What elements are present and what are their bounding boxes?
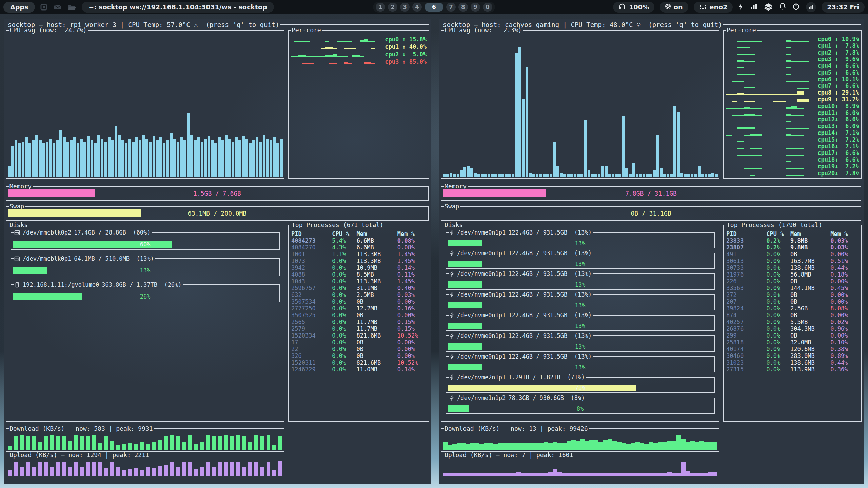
download-bar bbox=[631, 443, 635, 450]
core-row: cpu0↑15.8% bbox=[291, 36, 427, 43]
cpu-bar bbox=[32, 140, 35, 177]
upload-bar bbox=[230, 462, 234, 476]
download-bar bbox=[553, 442, 557, 450]
terminal-window-cachyos-gaming[interactable]: socktop — host: cachyos-gaming | CPU Tem… bbox=[439, 19, 864, 484]
workspace-button[interactable]: 0 bbox=[483, 3, 492, 12]
meter-bars-icon[interactable] bbox=[750, 2, 758, 12]
power-icon[interactable] bbox=[792, 2, 800, 12]
workspace-button[interactable]: 2 bbox=[388, 3, 397, 12]
disk-title: /dev/nvme0n1p1122.4GB / 931.5GB (13%) bbox=[449, 250, 593, 257]
terminal-window-rpi-worker-3[interactable]: socktop — host: rpi-worker-3 | CPU Temp:… bbox=[4, 19, 431, 484]
volume-indicator[interactable]: 100% bbox=[613, 2, 654, 13]
flash-disk-icon bbox=[449, 333, 454, 339]
workspace-button[interactable]: 6 bbox=[425, 3, 443, 12]
cpu-bar bbox=[601, 166, 604, 177]
download-bar bbox=[260, 436, 264, 450]
upload-bar bbox=[248, 462, 252, 476]
cpu-bar bbox=[639, 174, 642, 177]
cpu-bar bbox=[453, 174, 456, 177]
download-bar bbox=[644, 444, 649, 450]
clock-chart-icon[interactable] bbox=[806, 2, 816, 12]
core-label: cpu6↑10.1% bbox=[817, 76, 859, 83]
cpu-bar bbox=[163, 143, 165, 177]
workspace-button[interactable]: 8 bbox=[458, 3, 468, 12]
disk-usage-label: 13% bbox=[448, 261, 712, 267]
upload-bar bbox=[507, 473, 512, 476]
cpu-bar bbox=[488, 174, 490, 177]
network-indicator[interactable]: eno2 bbox=[694, 2, 733, 13]
cpu-bar bbox=[594, 174, 597, 177]
download-bar bbox=[479, 444, 484, 450]
folder-icon[interactable] bbox=[67, 3, 76, 11]
cpu-bar bbox=[142, 135, 145, 177]
disk-usage-label: 13% bbox=[448, 302, 712, 309]
core-sparkline bbox=[291, 37, 383, 42]
download-bar bbox=[461, 443, 466, 450]
cpu-bar bbox=[505, 174, 508, 177]
core-sparkline bbox=[726, 123, 815, 129]
bluetooth-indicator[interactable]: on bbox=[660, 2, 688, 13]
upload-bar bbox=[26, 462, 30, 476]
upload-bar bbox=[92, 462, 96, 476]
core-label: cpu0↓10.9% bbox=[817, 36, 859, 42]
core-row: cpu5↓ 6.6% bbox=[726, 69, 859, 76]
upload-bar bbox=[516, 472, 521, 476]
workspace-button[interactable]: 7 bbox=[446, 3, 456, 12]
panel-title: Disks bbox=[444, 222, 464, 228]
upload-bar bbox=[493, 473, 498, 476]
download-bar bbox=[612, 441, 617, 450]
upload-bar bbox=[158, 466, 162, 476]
disk-row: /dev/mmcblk0p164.1MB / 510.0MB (13%) 13% bbox=[11, 259, 280, 276]
process-row: 258180.0%32.0MB0.10% bbox=[726, 339, 860, 346]
workspace-button[interactable]: 4 bbox=[412, 3, 422, 12]
process-table: PIDCPU %MemMem % 238330.2%9.8MB0.03% 238… bbox=[726, 230, 860, 373]
process-row: 40880.0%8.5MB0.11% bbox=[291, 271, 427, 278]
disk-usage-bar: 13% bbox=[448, 261, 712, 267]
cpu-bar bbox=[204, 139, 207, 177]
bell-icon[interactable] bbox=[779, 2, 786, 12]
workspace-button[interactable]: 1 bbox=[376, 3, 385, 12]
window-icon[interactable] bbox=[40, 3, 48, 11]
disk-row: /dev/nvme0n1p1122.4GB / 931.5GB (13%) 13… bbox=[446, 253, 715, 269]
cpu-bar bbox=[694, 174, 697, 177]
cpu-bar bbox=[139, 140, 141, 177]
download-bar bbox=[539, 443, 544, 450]
core-label: cpu13↓ 6.0% bbox=[817, 123, 859, 129]
swap-panel: Swap 0B / 31.1GB bbox=[441, 206, 861, 221]
panel-title: CPU avg (now: 24.7%) bbox=[9, 27, 88, 34]
core-row: cpu20↓ 7.8% bbox=[726, 170, 859, 177]
upload-bar bbox=[608, 473, 612, 476]
flash-icon[interactable] bbox=[738, 2, 744, 12]
layers-icon[interactable] bbox=[764, 2, 773, 12]
apps-button[interactable]: Apps bbox=[3, 2, 35, 13]
mail-icon[interactable] bbox=[53, 3, 62, 11]
download-bar bbox=[585, 441, 590, 450]
core-sparkline bbox=[726, 56, 815, 62]
download-bar bbox=[562, 443, 567, 450]
download-bar bbox=[278, 436, 282, 450]
process-row: 25967570.0%31.1MB0.40% bbox=[291, 285, 427, 291]
disks-panel: Disks /dev/nvme0n1p1122.4GB / 931.5GB (1… bbox=[441, 225, 719, 422]
clock[interactable]: 23:32 Fri bbox=[822, 2, 865, 13]
cpu-bar bbox=[646, 174, 649, 177]
disk-list: /dev/nvme0n1p1122.4GB / 931.5GB (13%) 13… bbox=[446, 232, 715, 419]
cpu-bar bbox=[680, 173, 683, 177]
cpu-bar bbox=[618, 174, 621, 177]
window-title[interactable]: ~: socktop ws://192.168.1.104:3031/ws - … bbox=[82, 2, 274, 13]
disk-usage-bar: 60% bbox=[13, 241, 277, 248]
cpu-bar bbox=[584, 120, 587, 177]
download-bar bbox=[544, 442, 548, 450]
core-row: cpu3↑85.0% bbox=[291, 58, 427, 65]
process-row: 398240.0%2.5GB8.08% bbox=[726, 305, 860, 312]
upload-bar bbox=[56, 462, 60, 476]
process-row: 170.0%0B0.00% bbox=[291, 339, 427, 346]
download-bar bbox=[475, 443, 480, 450]
workspace-button[interactable]: 9 bbox=[471, 3, 480, 12]
workspace-button[interactable]: 3 bbox=[400, 3, 410, 12]
download-bar bbox=[576, 441, 580, 450]
download-bar bbox=[603, 440, 608, 450]
disk-row: /dev/nvme0n1p1122.4GB / 931.5GB (13%) 13… bbox=[446, 357, 715, 372]
cpu-bar bbox=[663, 174, 666, 177]
core-label: cpu14↓ 7.1% bbox=[817, 129, 859, 136]
panel-title: Upload (KB/s) — now: 1294 | peak: 2211 bbox=[9, 452, 151, 459]
